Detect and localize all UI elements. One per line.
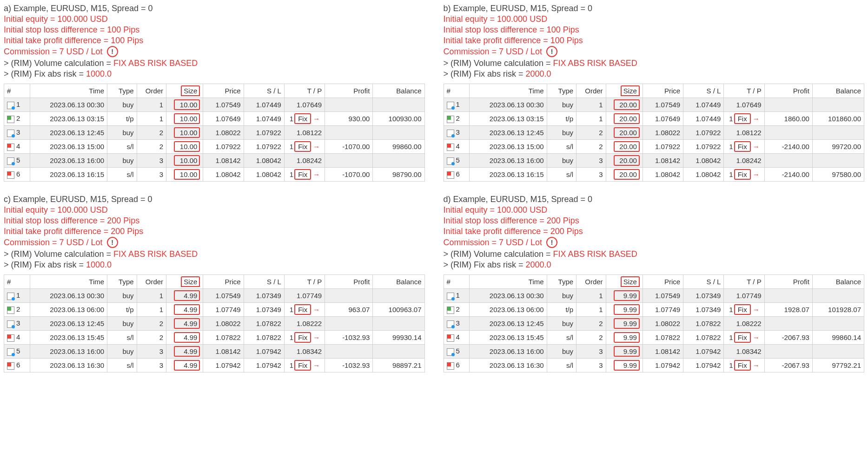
col-num: # (444, 275, 470, 289)
row-num: 2 (456, 305, 460, 313)
cell-time: 2023.06.13 00:30 (470, 98, 547, 112)
table-row: 62023.06.13 16:15s/l320.001.080421.08042… (444, 168, 864, 182)
cell-balance (373, 289, 424, 303)
cell-type: s/l (107, 168, 137, 182)
col-sl: S / L (244, 275, 284, 289)
cell-price: 1.07649 (643, 112, 683, 126)
cell-price: 1.07922 (203, 140, 244, 154)
buy-order-icon (447, 130, 454, 137)
example-panel-d: d) Example, EURUSD, M15, Spread = 0Initi… (444, 195, 865, 372)
cell-order: 3 (137, 168, 166, 182)
size-header-highlight: Size (621, 85, 640, 96)
col-price: Price (203, 275, 244, 289)
param-volume-calc-label: > (RIM) Volume calculation = (4, 59, 113, 68)
cell-type: buy (547, 289, 576, 303)
fix-annotation: Fix (294, 332, 311, 343)
size-highlight: 10.00 (174, 99, 200, 110)
row-num-cell: 6 (444, 168, 470, 182)
cell-sl: 1.08042 (683, 168, 724, 182)
cell-size: 10.00 (166, 112, 203, 126)
fix-annotation: Fix (294, 113, 311, 124)
table-row: 32023.06.13 12:45buy210.001.080221.07922… (4, 126, 425, 140)
table-row: 12023.06.13 00:30buy120.001.075491.07449… (444, 98, 864, 112)
size-highlight: 4.99 (174, 290, 200, 301)
cell-balance: 97580.00 (812, 168, 864, 182)
warning-icon: ! (546, 46, 557, 57)
col-time: Time (470, 275, 547, 289)
cell-balance: 97792.21 (812, 359, 864, 372)
cell-size: 4.99 (166, 331, 203, 345)
cell-time: 2023.06.13 15:45 (470, 331, 547, 345)
cell-profit (325, 345, 373, 359)
col-price: Price (643, 84, 683, 98)
panel-title: b) Example, EURUSD, M15, Spread = 0 (444, 4, 865, 13)
buy-order-icon (7, 293, 14, 300)
col-sl: S / L (683, 275, 724, 289)
cell-order: 2 (576, 317, 606, 331)
cell-order: 3 (137, 359, 166, 372)
param-commission-text: Commission = 7 USD / Lot (444, 238, 545, 247)
cell-price: 1.08022 (643, 317, 683, 331)
row-num-cell: 5 (4, 154, 30, 168)
param-fix-abs-risk-value: 2000.0 (526, 260, 551, 269)
buy-order-icon (7, 102, 14, 109)
cell-size: 9.99 (606, 317, 643, 331)
row-num-cell: 6 (444, 359, 470, 372)
cell-size: 20.00 (606, 168, 643, 182)
table-row: 12023.06.13 00:30buy19.991.075491.073491… (444, 289, 864, 303)
cell-sl: 1.07349 (683, 289, 724, 303)
cell-size: 10.00 (166, 168, 203, 182)
fix-annotation: Fix (734, 113, 751, 124)
param-fix-abs-risk-value: 1000.0 (86, 69, 112, 78)
cell-size: 10.00 (166, 98, 203, 112)
cell-size: 9.99 (606, 289, 643, 303)
col-tp: T / P (724, 84, 764, 98)
fix-annotation: Fix (294, 304, 311, 315)
cell-order: 1 (137, 303, 166, 317)
cell-tp: 1.08122 (284, 126, 325, 140)
cell-balance (373, 154, 424, 168)
table-row: 22023.06.13 06:00t/p19.991.077491.073491… (444, 303, 864, 317)
warning-icon: ! (107, 46, 118, 57)
cell-price: 1.08142 (203, 154, 244, 168)
cell-order: 1 (576, 98, 606, 112)
cell-price: 1.07549 (643, 289, 683, 303)
cell-price: 1.08022 (203, 317, 244, 331)
buy-order-icon (447, 320, 454, 328)
size-highlight: 9.99 (614, 346, 640, 357)
row-num: 3 (16, 319, 20, 327)
row-num: 5 (16, 347, 20, 355)
size-highlight: 9.99 (614, 318, 640, 329)
cell-tp: 1Fix→ (724, 112, 764, 126)
arrow-right-icon: → (313, 143, 320, 150)
cell-time: 2023.06.13 12:45 (30, 317, 107, 331)
col-order: Order (576, 84, 606, 98)
row-num-cell: 4 (444, 331, 470, 345)
table-row: 12023.06.13 00:30buy14.991.075491.073491… (4, 289, 425, 303)
sl-order-icon (447, 362, 454, 370)
table-row: 32023.06.13 12:45buy220.001.080221.07922… (444, 126, 864, 140)
sl-order-icon (7, 144, 14, 151)
col-time: Time (30, 84, 107, 98)
size-highlight: 20.00 (614, 169, 640, 180)
sl-order-icon (7, 334, 14, 342)
cell-profit: 1928.07 (764, 303, 812, 317)
size-highlight: 4.99 (174, 332, 200, 343)
cell-balance (812, 289, 864, 303)
cell-profit: -1032.93 (325, 331, 373, 345)
cell-profit: 963.07 (325, 303, 373, 317)
cell-profit: -2140.00 (764, 168, 812, 182)
row-num-cell: 5 (444, 345, 470, 359)
row-num-cell: 1 (4, 98, 30, 112)
row-num-cell: 5 (4, 345, 30, 359)
cell-time: 2023.06.13 00:30 (470, 289, 547, 303)
cell-profit: -1070.00 (325, 140, 373, 154)
table-row: 42023.06.13 15:45s/l29.991.078221.078221… (444, 331, 864, 345)
cell-balance (373, 317, 424, 331)
cell-profit (764, 317, 812, 331)
col-num: # (4, 275, 30, 289)
param-tp_diff: Initial take profit difference = 200 Pip… (444, 227, 865, 236)
cell-time: 2023.06.13 16:00 (30, 154, 107, 168)
arrow-right-icon: → (313, 115, 320, 123)
row-num: 6 (16, 170, 20, 178)
